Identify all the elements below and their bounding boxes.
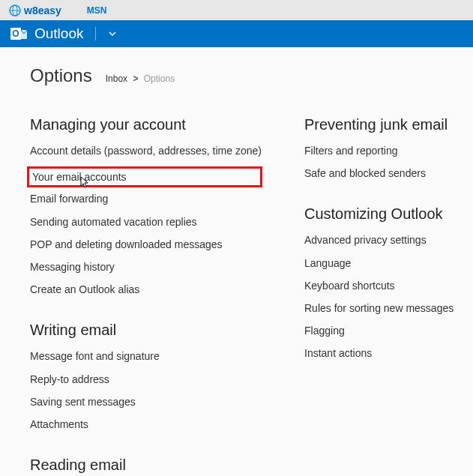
link-reply-to[interactable]: Reply-to address — [30, 373, 262, 386]
link-safe-blocked[interactable]: Safe and blocked senders — [304, 166, 454, 180]
link-saving-sent[interactable]: Saving sent messages — [30, 395, 262, 409]
heading-customizing-outlook: Customizing Outlook — [304, 205, 454, 223]
link-font-signature[interactable]: Message font and signature — [30, 349, 262, 363]
link-create-alias[interactable]: Create an Outlook alias — [30, 283, 262, 296]
title-row: Options Inbox > Options — [30, 65, 473, 86]
breadcrumb-sep: > — [133, 73, 138, 84]
brand-logo[interactable]: w8easy — [9, 4, 61, 16]
breadcrumb-current: Options — [144, 73, 175, 84]
outlook-icon: O — [10, 25, 28, 42]
outlook-label: Outlook — [34, 25, 83, 42]
link-flagging[interactable]: Flagging — [304, 324, 454, 337]
heading-writing-email: Writing email — [30, 322, 262, 339]
link-attachments[interactable]: Attachments — [30, 418, 262, 431]
link-language[interactable]: Language — [304, 256, 454, 270]
msn-link[interactable]: MSN — [87, 5, 107, 16]
link-keyboard-shortcuts[interactable]: Keyboard shortcuts — [304, 279, 454, 292]
link-privacy-settings[interactable]: Advanced privacy settings — [304, 233, 454, 247]
globe-icon — [9, 4, 21, 16]
breadcrumb: Inbox > Options — [106, 73, 175, 84]
link-instant-actions[interactable]: Instant actions — [304, 346, 454, 360]
svg-text:O: O — [12, 28, 19, 39]
left-column: Managing your account Account details (p… — [30, 113, 262, 476]
content-area: Options Inbox > Options Managing your ac… — [0, 47, 473, 476]
divider — [95, 27, 96, 40]
system-topbar: w8easy MSN — [0, 0, 473, 20]
highlight-box: Your email accounts — [27, 166, 262, 187]
chevron-down-icon[interactable] — [108, 29, 117, 38]
link-filters-reporting[interactable]: Filters and reporting — [304, 144, 454, 157]
link-vacation-replies[interactable]: Sending automated vacation replies — [30, 215, 262, 229]
link-rules-sorting[interactable]: Rules for sorting new messages — [304, 301, 454, 315]
link-messaging-history[interactable]: Messaging history — [30, 260, 262, 274]
heading-managing-account: Managing your account — [30, 116, 262, 133]
heading-junk-email: Preventing junk email — [304, 116, 454, 133]
link-account-details[interactable]: Account details (password, addresses, ti… — [30, 144, 262, 157]
options-columns: Managing your account Account details (p… — [30, 113, 473, 476]
page-title: Options — [30, 65, 92, 86]
outlook-logo[interactable]: O Outlook — [10, 25, 83, 42]
link-email-forwarding[interactable]: Email forwarding — [30, 192, 262, 205]
breadcrumb-inbox[interactable]: Inbox — [106, 73, 127, 84]
outlook-header: O Outlook — [0, 20, 473, 47]
heading-reading-email: Reading email — [30, 457, 262, 474]
right-column: Preventing junk email Filters and report… — [304, 113, 454, 476]
link-your-email-accounts[interactable]: Your email accounts — [32, 170, 256, 184]
brand-text: w8easy — [24, 4, 61, 16]
link-pop-delete[interactable]: POP and deleting downloaded messages — [30, 238, 262, 251]
cursor-icon — [77, 176, 89, 191]
